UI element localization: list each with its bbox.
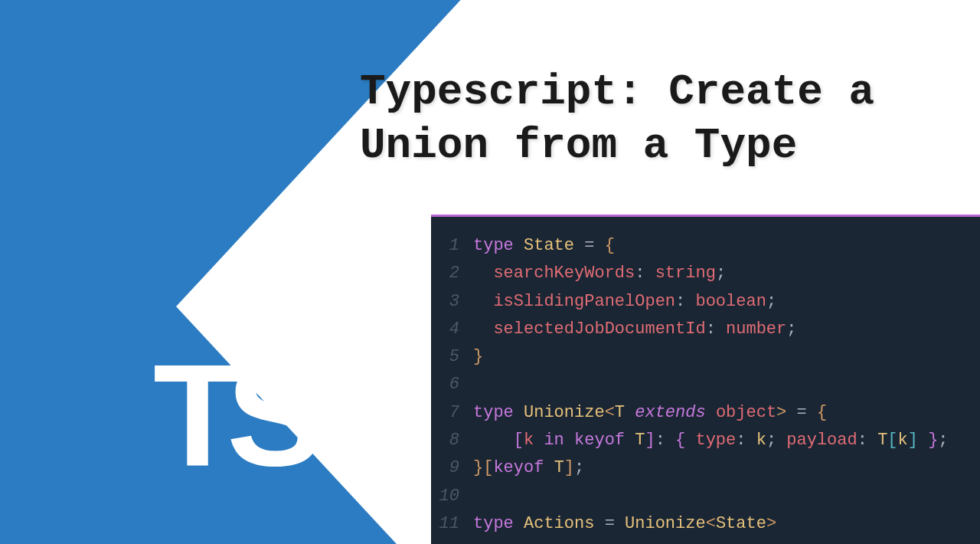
code-snippet: 1type State = {2 searchKeyWords: string;… (431, 215, 980, 544)
code-content: }[keyof T]; (473, 454, 584, 482)
line-number: 9 (431, 454, 473, 482)
line-number: 1 (431, 232, 473, 260)
code-line: 9}[keyof T]; (431, 454, 980, 482)
line-number: 3 (431, 288, 473, 316)
typescript-logo: TS (153, 331, 309, 498)
code-line: 11type Actions = Unionize<State> (431, 510, 980, 538)
code-line: 10 (431, 483, 980, 510)
code-content: isSlidingPanelOpen: boolean; (473, 288, 776, 316)
code-content: [k in keyof T]: { type: k; payload: T[k]… (473, 427, 949, 454)
line-number: 6 (431, 371, 473, 398)
code-content: } (473, 343, 483, 371)
code-line: 4 selectedJobDocumentId: number; (431, 316, 980, 343)
page-title: Typescript: Create a Union from a Type (360, 65, 957, 172)
code-line: 2 searchKeyWords: string; (431, 260, 980, 287)
code-content: type Unionize<T extends object> = { (473, 399, 827, 427)
line-number: 4 (431, 316, 473, 343)
line-number: 11 (431, 510, 473, 538)
line-number: 10 (431, 483, 473, 510)
line-number: 8 (431, 427, 473, 454)
code-content: searchKeyWords: string; (473, 260, 726, 287)
code-line: 3 isSlidingPanelOpen: boolean; (431, 288, 980, 316)
line-number: 7 (431, 399, 473, 427)
code-line: 7type Unionize<T extends object> = { (431, 399, 980, 427)
code-line: 1type State = { (431, 232, 980, 260)
code-line: 6 (431, 371, 980, 398)
code-line: 8 [k in keyof T]: { type: k; payload: T[… (431, 427, 980, 454)
code-content: type State = { (473, 232, 615, 260)
line-number: 5 (431, 343, 473, 371)
code-line: 5} (431, 343, 980, 371)
code-content: type Actions = Unionize<State> (473, 510, 776, 538)
code-content: selectedJobDocumentId: number; (473, 316, 796, 343)
line-number: 2 (431, 260, 473, 287)
